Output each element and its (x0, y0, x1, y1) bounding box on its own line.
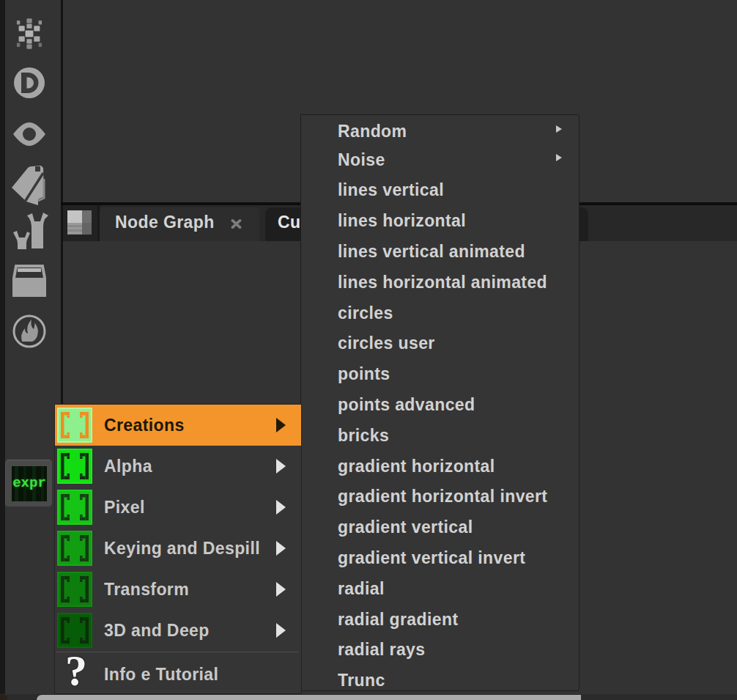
svg-text:?: ? (65, 652, 87, 693)
